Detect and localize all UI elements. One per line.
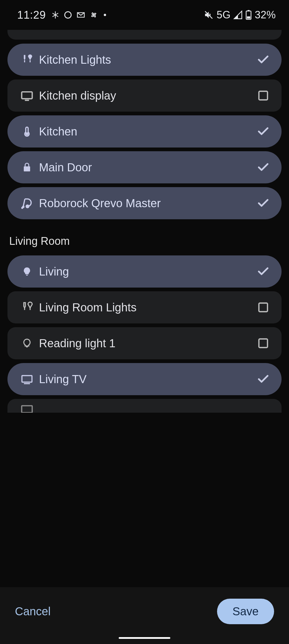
device-row-living-tv[interactable]: Living TV [7, 363, 282, 395]
check-icon [256, 53, 270, 66]
device-row-reading-light-1[interactable]: Reading light 1 [7, 327, 282, 359]
svg-rect-18 [259, 339, 267, 348]
bulb-outline-icon [18, 337, 36, 349]
save-button[interactable]: Save [217, 599, 274, 624]
svg-point-0 [65, 12, 71, 18]
svg-rect-2 [248, 10, 250, 11]
svg-rect-13 [26, 275, 28, 276]
check-icon [256, 161, 270, 174]
device-label: Kitchen Lights [36, 53, 256, 66]
check-icon [256, 197, 270, 210]
display-icon [18, 89, 36, 102]
device-label: Roborock Qrevo Master [36, 197, 256, 210]
checkbox-empty-icon [256, 302, 270, 313]
device-label: Reading light 1 [36, 337, 256, 350]
bulb-icon [18, 265, 36, 278]
svg-rect-8 [259, 91, 267, 100]
device-row-kitchen-thermostat[interactable]: Kitchen [7, 115, 282, 148]
svg-rect-6 [22, 92, 32, 99]
tv-icon [18, 373, 36, 385]
checkbox-empty-icon [256, 90, 270, 101]
snowflake-icon [51, 11, 60, 19]
device-row-kitchen-lights[interactable]: Kitchen Lights [7, 44, 282, 76]
section-header-living-room: Living Room [7, 223, 282, 255]
status-time: 11:29 [17, 9, 46, 21]
checkbox-empty-icon [256, 337, 270, 349]
status-right: 5G 32% [204, 9, 276, 21]
svg-rect-19 [22, 376, 32, 382]
cancel-button[interactable]: Cancel [15, 605, 51, 618]
svg-point-12 [26, 205, 29, 207]
status-notification-icons [51, 10, 106, 20]
circle-icon [64, 11, 72, 19]
device-label: Living Room Lights [36, 301, 256, 314]
device-list[interactable]: Kitchen Lights Kitchen display Kitchen M… [0, 30, 289, 413]
check-icon [256, 373, 270, 386]
bottom-action-bar: Cancel Save [0, 587, 289, 644]
device-row-living-room-lights[interactable]: Living Room Lights [7, 291, 282, 323]
device-row-main-door[interactable]: Main Door [7, 151, 282, 183]
nav-handle[interactable] [119, 637, 170, 639]
status-bar: 11:29 5G 32% [0, 0, 289, 30]
svg-point-11 [22, 207, 23, 208]
svg-rect-4 [24, 60, 25, 62]
check-icon [256, 265, 270, 278]
device-label: Living TV [36, 373, 256, 386]
pinwheel-icon [89, 11, 98, 19]
battery-icon [245, 10, 252, 20]
svg-rect-21 [22, 406, 32, 413]
device-row-kitchen-display[interactable]: Kitchen display [7, 79, 282, 112]
check-icon [256, 125, 270, 138]
svg-rect-3 [247, 16, 250, 19]
status-left: 11:29 [17, 9, 106, 21]
network-label: 5G [216, 9, 231, 21]
device-row-roborock[interactable]: Roborock Qrevo Master [7, 187, 282, 219]
light-group-icon [18, 53, 36, 66]
device-row-living[interactable]: Living [7, 255, 282, 288]
svg-point-9 [26, 133, 28, 135]
battery-label: 32% [255, 9, 276, 21]
lock-icon [18, 161, 36, 173]
device-label: Kitchen [36, 125, 256, 138]
device-label: Main Door [36, 161, 256, 174]
mute-icon [204, 10, 214, 20]
svg-rect-16 [259, 303, 267, 312]
signal-icon [233, 10, 243, 20]
device-label: Kitchen display [36, 89, 256, 102]
thermostat-icon [18, 125, 36, 138]
device-label: Living [36, 265, 256, 278]
display-icon [18, 399, 36, 413]
vacuum-icon [18, 197, 36, 210]
dot-icon [104, 14, 106, 16]
light-group-icon [18, 301, 36, 314]
gmail-icon [76, 10, 85, 20]
partial-row-bottom[interactable] [7, 399, 282, 413]
partial-row-top[interactable] [7, 30, 282, 40]
svg-rect-5 [30, 60, 31, 62]
